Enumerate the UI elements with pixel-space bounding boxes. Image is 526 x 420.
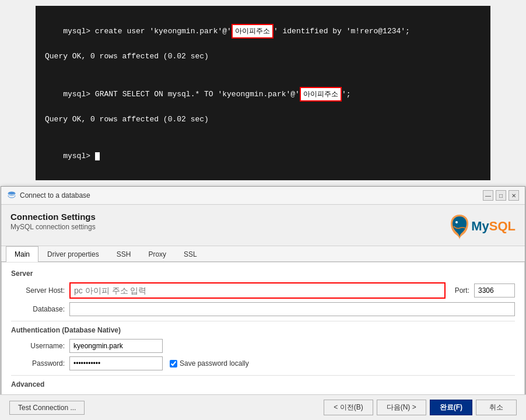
dialog-controls: — □ ✕	[483, 190, 519, 201]
server-host-row: Server Host: Port:	[11, 282, 515, 299]
footer: Test Connection ... < 이전(B) 다음(N) > 완료(F…	[0, 394, 526, 420]
mysql-text: MySQL	[471, 219, 516, 234]
terminal-line-3	[45, 63, 481, 75]
terminal-line-1: mysql> create user 'kyeongmin.park'@'아이피…	[45, 12, 481, 51]
tab-ssh[interactable]: SSH	[108, 246, 140, 262]
server-section-label: Server	[11, 270, 515, 278]
back-button[interactable]: < 이전(B)	[324, 400, 373, 415]
dialog-title-text: Connect to a database	[20, 191, 90, 200]
connection-settings-header: Connection Settings MySQL connection set…	[1, 205, 525, 246]
conn-header-left: Connection Settings MySQL connection set…	[10, 212, 96, 231]
terminal-line-2: Query OK, 0 rows affected (0.02 sec)	[45, 51, 481, 63]
footer-right: < 이전(B) 다음(N) > 완료(F) 취소	[324, 400, 517, 415]
port-input[interactable]	[474, 284, 515, 298]
mysql-logo: MySQL	[448, 212, 516, 241]
username-input[interactable]	[69, 339, 163, 353]
port-label: Port:	[455, 286, 469, 295]
advanced-section-label: Advanced	[11, 380, 515, 388]
test-connection-button[interactable]: Test Connection ...	[9, 401, 85, 415]
tab-ssl[interactable]: SSL	[175, 246, 206, 262]
dialog-title-left: Connect to a database	[7, 191, 90, 200]
terminal-line-4-suffix: ';	[342, 90, 351, 99]
terminal-line-4-prefix: mysql> GRANT SELECT ON mysql.* TO 'kyeon…	[63, 90, 300, 99]
section-divider-1	[11, 321, 515, 321]
password-input[interactable]	[69, 356, 163, 370]
database-icon	[7, 191, 16, 200]
mysql-dolphin-icon	[448, 212, 471, 241]
minimize-button[interactable]: —	[483, 190, 493, 201]
password-row: Password: Save password locally	[11, 356, 515, 370]
svg-point-1	[455, 221, 458, 223]
server-host-input[interactable]	[69, 282, 446, 299]
save-password-label: Save password locally	[180, 359, 249, 368]
cancel-button[interactable]: 취소	[476, 400, 517, 415]
server-host-input-group: Port:	[69, 282, 515, 299]
tab-main[interactable]: Main	[6, 246, 38, 262]
next-button[interactable]: 다음(N) >	[377, 400, 426, 415]
username-label: Username:	[11, 342, 69, 350]
svg-point-0	[8, 192, 15, 195]
connect-to-database-dialog: Connect to a database — □ ✕ Connection S…	[1, 186, 525, 420]
close-button[interactable]: ✕	[509, 190, 519, 201]
terminal-window: mysql> create user 'kyeongmin.park'@'아이피…	[36, 6, 490, 180]
terminal-highlight-2: 아이피주소	[300, 87, 342, 102]
section-divider-2	[11, 375, 515, 376]
tabs-bar: Main Driver properties SSH Proxy SSL	[1, 246, 525, 262]
terminal-line-1-suffix: ' identified by 'm!rero@1234';	[273, 27, 410, 36]
terminal-line-1-prefix: mysql> create user 'kyeongmin.park'@'	[63, 27, 232, 36]
footer-left: Test Connection ...	[9, 401, 85, 415]
terminal-prompt: mysql>	[63, 152, 95, 160]
connection-settings-title: Connection Settings	[10, 212, 96, 222]
auth-section-label: Authentication (Database Native)	[11, 326, 515, 334]
terminal-line-4: mysql> GRANT SELECT ON mysql.* TO 'kyeon…	[45, 75, 481, 114]
terminal-cursor	[95, 152, 100, 160]
terminal-line-5: Query OK, 0 rows affected (0.02 sec)	[45, 114, 481, 126]
terminal-line-7: mysql>	[45, 138, 481, 174]
terminal-highlight-1: 아이피주소	[232, 24, 273, 38]
dialog-titlebar: Connect to a database — □ ✕	[1, 187, 525, 205]
database-input[interactable]	[69, 302, 515, 316]
tab-driver-properties[interactable]: Driver properties	[38, 246, 108, 262]
finish-button[interactable]: 완료(F)	[430, 400, 472, 415]
mysql-connection-subtitle: MySQL connection settings	[10, 223, 96, 231]
username-row: Username:	[11, 339, 515, 353]
save-password-checkbox[interactable]	[170, 360, 177, 368]
password-label: Password:	[11, 359, 69, 368]
tab-proxy[interactable]: Proxy	[139, 246, 175, 262]
database-row: Database:	[11, 302, 515, 316]
database-label: Database:	[11, 305, 69, 313]
maximize-button[interactable]: □	[496, 190, 506, 201]
server-host-label: Server Host:	[11, 286, 69, 295]
save-password-row: Save password locally	[170, 359, 249, 368]
terminal-line-6	[45, 126, 481, 138]
